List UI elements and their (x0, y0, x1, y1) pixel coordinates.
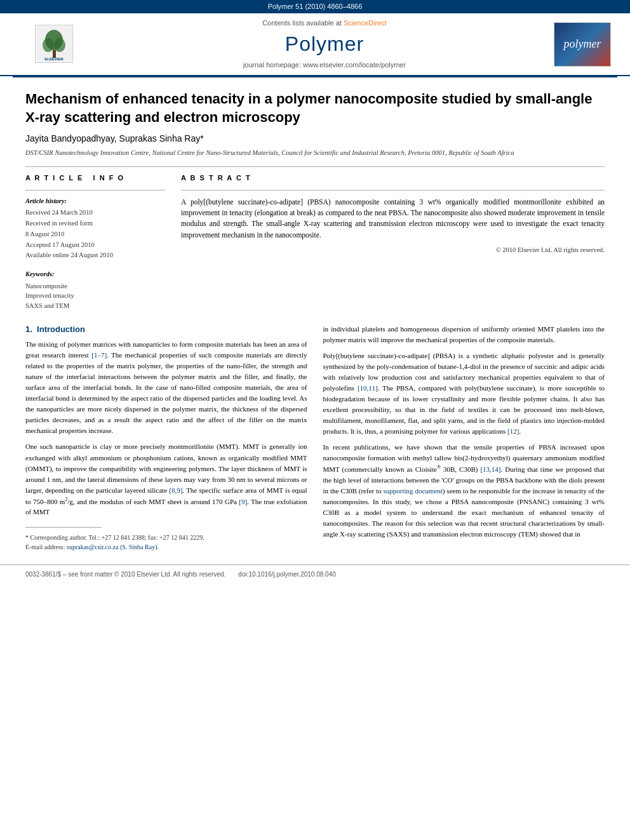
body-para-2: One such nanoparticle is clay or more pr… (25, 441, 307, 517)
abstract-heading: A B S T R A C T (181, 173, 605, 183)
body-para-right-3: In recent publications, we have shown th… (323, 442, 605, 540)
tree-svg: ELSEVIER (37, 26, 72, 61)
keyword-2: Improved tenacity (25, 291, 165, 301)
affiliation: DST/CSIR Nanotechnology Innovation Centr… (25, 149, 605, 157)
footnote-corresponding: * Corresponding author. Tel.: +27 12 841… (25, 533, 307, 542)
abstract-text: A poly[(butylene succinate)-co-adipate] … (181, 197, 605, 241)
footnote-email: E-mail address: suprakas@csir.co.za (S. … (25, 542, 307, 552)
body-section: 1. Introduction The mixing of polymer ma… (25, 324, 605, 552)
accepted-date: Accepted 17 August 2010 (25, 241, 165, 250)
ref-9[interactable]: [9] (239, 497, 247, 505)
ref-8-9[interactable]: [8,9] (169, 486, 182, 494)
info-abstract-section: A R T I C L E I N F O Article history: R… (25, 173, 605, 310)
article-title: Mechanism of enhanced tenacity in a poly… (25, 90, 605, 126)
footnote-email-link[interactable]: suprakas@csir.co.za (S. Sinha Ray). (67, 543, 159, 550)
footer-doi: doi:10.1016/j.polymer.2010.08.040 (238, 570, 335, 579)
body-para-right-1: in individual platelets and homogeneous … (323, 324, 605, 345)
top-divider (25, 166, 605, 167)
info-divider (25, 190, 165, 190)
ref-1-7[interactable]: [1–7] (91, 351, 107, 359)
body-para-1: The mixing of polymer matrices with nano… (25, 339, 307, 436)
supporting-doc-link[interactable]: supporting document (384, 487, 443, 495)
abstract-divider (181, 190, 605, 190)
keywords-label: Keywords: (25, 270, 165, 279)
available-date: Available online 24 August 2010 (25, 251, 165, 260)
keyword-3: SAXS and TEM (25, 301, 165, 311)
body-col-left: 1. Introduction The mixing of polymer ma… (25, 324, 307, 552)
journal-header: ELSEVIER Contents lists available at Sci… (0, 13, 630, 76)
ref-10-11[interactable]: [10,11] (358, 384, 378, 392)
authors: Jayita Bandyopadhyay, Suprakas Sinha Ray… (25, 133, 605, 145)
svg-point-3 (43, 38, 54, 52)
body-col-right: in individual platelets and homogeneous … (323, 324, 605, 552)
journal-citation: Polymer 51 (2010) 4860–4866 (268, 3, 363, 10)
main-content: Mechanism of enhanced tenacity in a poly… (0, 77, 630, 564)
journal-header-center: Contents lists available at ScienceDirec… (102, 18, 547, 70)
journal-title: Polymer (102, 30, 547, 58)
section-1-heading: 1. Introduction (25, 324, 307, 335)
footer-bar: 0032-3861/$ – see front matter © 2010 El… (0, 564, 630, 584)
footer-issn: 0032-3861/$ – see front matter © 2010 El… (25, 570, 225, 579)
polymer-logo-box: polymer (554, 22, 611, 67)
contents-label: Contents lists available at ScienceDirec… (102, 18, 547, 28)
history-label: Article history: (25, 197, 165, 206)
polymer-cover: polymer (554, 22, 617, 67)
svg-point-4 (54, 38, 65, 52)
abstract-col: A B S T R A C T A poly[(butylene succina… (181, 173, 605, 310)
article-info-col: A R T I C L E I N F O Article history: R… (25, 173, 165, 310)
ref-12[interactable]: [12] (507, 427, 519, 435)
copyright-text: © 2010 Elsevier Ltd. All rights reserved… (181, 246, 605, 255)
footnote-divider (25, 527, 102, 528)
elsevier-tree-icon: ELSEVIER (35, 25, 73, 63)
revised-label: Received in revised form (25, 219, 165, 229)
top-bar: Polymer 51 (2010) 4860–4866 (0, 0, 630, 13)
keyword-1: Nanocomposite (25, 281, 165, 291)
article-info-heading: A R T I C L E I N F O (25, 173, 165, 183)
revised-date: 8 August 2010 (25, 230, 165, 239)
received-date: Received 24 March 2010 (25, 208, 165, 218)
ref-13-14[interactable]: [13,14] (480, 465, 500, 473)
journal-homepage: journal homepage: www.elsevier.com/locat… (102, 60, 547, 70)
sciencedirect-link[interactable]: ScienceDirect (344, 19, 387, 27)
svg-text:ELSEVIER: ELSEVIER (44, 57, 64, 61)
elsevier-logo-section: ELSEVIER (13, 25, 95, 64)
body-para-right-2: Poly[(butylene succinate)-co-adipate] (P… (323, 350, 605, 437)
elsevier-logo: ELSEVIER (13, 25, 95, 64)
